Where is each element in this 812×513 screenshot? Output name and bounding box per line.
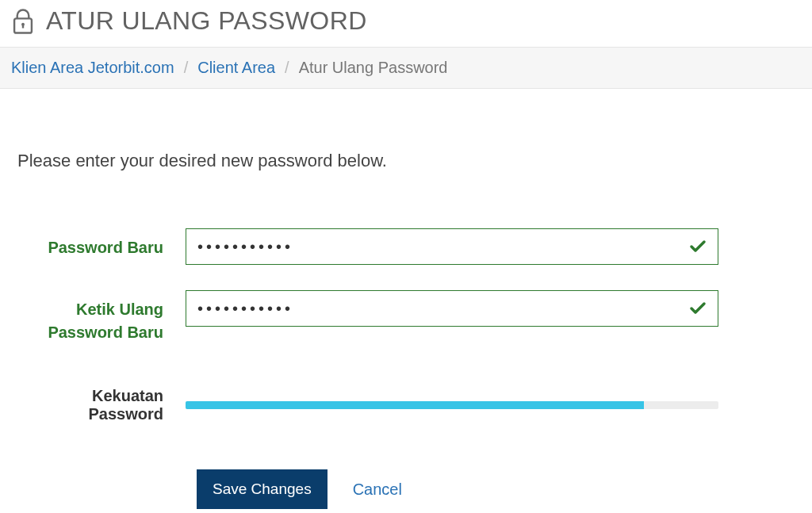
breadcrumb-separator: / (285, 59, 289, 77)
breadcrumb-link-home[interactable]: Klien Area Jetorbit.com (11, 59, 174, 77)
confirm-password-input[interactable] (186, 290, 718, 327)
intro-text: Please enter your desired new password b… (17, 151, 795, 171)
breadcrumb-separator: / (184, 59, 189, 77)
breadcrumb-current: Atur Ulang Password (299, 59, 448, 77)
page-header: ATUR ULANG PASSWORD (0, 0, 812, 47)
password-strength-bar (186, 401, 718, 409)
new-password-row: Password Baru (17, 228, 795, 265)
breadcrumb-link-client-area[interactable]: Client Area (197, 59, 275, 77)
check-icon (688, 299, 707, 318)
cancel-link[interactable]: Cancel (353, 480, 402, 499)
password-strength-fill (186, 401, 644, 409)
new-password-input[interactable] (186, 228, 718, 265)
new-password-input-wrap (186, 228, 718, 265)
lock-icon (11, 8, 35, 35)
check-icon (688, 237, 707, 256)
confirm-password-row: Ketik Ulang Password Baru (17, 290, 795, 344)
content-area: Please enter your desired new password b… (0, 89, 812, 513)
page-title: ATUR ULANG PASSWORD (46, 6, 367, 36)
button-row: Save Changes Cancel (186, 469, 795, 509)
new-password-label: Password Baru (17, 228, 186, 259)
password-strength-label: Kekuatan Password (17, 387, 186, 423)
breadcrumb: Klien Area Jetorbit.com / Client Area / … (0, 47, 812, 89)
confirm-password-label: Ketik Ulang Password Baru (17, 290, 186, 344)
save-button[interactable]: Save Changes (197, 469, 327, 509)
confirm-password-input-wrap (186, 290, 718, 327)
password-strength-row: Kekuatan Password (17, 387, 795, 423)
